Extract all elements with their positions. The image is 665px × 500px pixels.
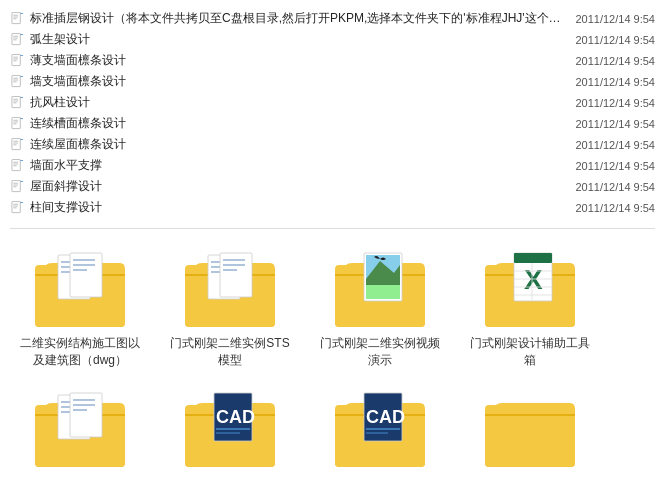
folder-label: 门式刚架二维实例STS模型 (165, 335, 295, 369)
file-icon (10, 75, 24, 89)
svg-text:X: X (524, 264, 543, 295)
svg-rect-21 (13, 99, 18, 100)
file-icon (10, 33, 24, 47)
folder-item[interactable]: 门式刚架二维实例STS模型 (160, 245, 300, 375)
folder-item[interactable] (10, 385, 150, 481)
svg-rect-6 (13, 36, 18, 37)
svg-rect-11 (13, 57, 18, 58)
svg-rect-38 (13, 166, 16, 167)
file-icon (10, 180, 24, 194)
folder-icon: CAD (330, 391, 430, 469)
file-item[interactable]: 墙支墙面檩条设计2011/12/14 9:54 (10, 71, 655, 92)
svg-rect-1 (13, 15, 18, 16)
file-item[interactable]: 连续屋面檩条设计2011/12/14 9:54 (10, 134, 655, 155)
svg-text:CAD: CAD (216, 407, 255, 427)
svg-rect-2 (13, 17, 18, 18)
svg-rect-23 (13, 103, 16, 104)
file-date: 2011/12/14 9:54 (575, 118, 655, 130)
svg-text:CAD: CAD (366, 407, 405, 427)
svg-rect-47 (13, 206, 18, 207)
svg-rect-20 (11, 96, 19, 107)
file-date: 2011/12/14 9:54 (575, 76, 655, 88)
file-item[interactable]: 标准插层钢设计（将本文件共拷贝至C盘根目录,然后打开PKPM,选择本文件夹下的'… (10, 8, 655, 29)
file-date: 2011/12/14 9:54 (575, 160, 655, 172)
file-name: 墙支墙面檩条设计 (30, 73, 565, 90)
divider (10, 228, 655, 229)
svg-rect-64 (223, 264, 245, 266)
file-name: 柱间支撑设计 (30, 199, 565, 216)
svg-rect-32 (13, 143, 18, 144)
folder-icon: X (480, 251, 580, 329)
svg-rect-24 (20, 97, 23, 98)
folder-item[interactable]: 二维实例结构施工图以及建筑图（dwg） (10, 245, 150, 375)
svg-rect-57 (73, 269, 87, 271)
svg-rect-49 (20, 202, 23, 203)
folder-label: 门式刚架设计辅助工具箱 (465, 335, 595, 369)
file-name: 屋面斜撑设计 (30, 178, 565, 195)
folder-item[interactable] (460, 385, 600, 481)
file-item[interactable]: 连续槽面檩条设计2011/12/14 9:54 (10, 113, 655, 134)
svg-rect-7 (13, 38, 18, 39)
svg-rect-42 (13, 185, 18, 186)
file-item[interactable]: 抗风柱设计2011/12/14 9:54 (10, 92, 655, 113)
svg-rect-27 (13, 122, 18, 123)
folder-label: 门式刚架二维实例视频演示 (315, 335, 445, 369)
svg-rect-43 (13, 187, 16, 188)
svg-rect-18 (13, 82, 16, 83)
file-item[interactable]: 弧生架设计2011/12/14 9:54 (10, 29, 655, 50)
svg-rect-26 (13, 120, 18, 121)
svg-rect-30 (11, 138, 19, 149)
svg-rect-13 (13, 61, 16, 62)
folder-grid-row1: 二维实例结构施工图以及建筑图（dwg） 门式刚架二维实例STS模型 (0, 235, 665, 385)
file-list: 标准插层钢设计（将本文件共拷贝至C盘根目录,然后打开PKPM,选择本文件夹下的'… (0, 0, 665, 222)
svg-rect-40 (11, 180, 19, 191)
file-date: 2011/12/14 9:54 (575, 13, 655, 25)
file-name: 弧生架设计 (30, 31, 565, 48)
svg-rect-3 (13, 19, 16, 20)
file-date: 2011/12/14 9:54 (575, 181, 655, 193)
folder-icon (180, 251, 280, 329)
folder-item[interactable]: CAD (310, 385, 450, 481)
svg-rect-29 (20, 118, 23, 119)
svg-rect-17 (13, 80, 18, 81)
file-name: 连续槽面檩条设计 (30, 115, 565, 132)
folder-item[interactable]: CAD (160, 385, 300, 481)
svg-rect-19 (20, 76, 23, 77)
svg-rect-56 (73, 264, 95, 266)
svg-rect-15 (11, 75, 19, 86)
svg-rect-36 (13, 162, 18, 163)
svg-rect-34 (20, 139, 23, 140)
file-item[interactable]: 柱间支撑设计2011/12/14 9:54 (10, 197, 655, 218)
file-item[interactable]: 薄支墙面檩条设计2011/12/14 9:54 (10, 50, 655, 71)
svg-rect-65 (223, 269, 237, 271)
file-icon (10, 201, 24, 215)
svg-rect-68 (366, 285, 400, 299)
file-item[interactable]: 屋面斜撑设计2011/12/14 9:54 (10, 176, 655, 197)
file-date: 2011/12/14 9:54 (575, 34, 655, 46)
svg-rect-14 (20, 55, 23, 56)
svg-rect-55 (73, 259, 95, 261)
folder-item[interactable]: 门式刚架二维实例视频演示 (310, 245, 450, 375)
svg-rect-10 (11, 54, 19, 65)
svg-rect-48 (13, 208, 16, 209)
svg-rect-9 (20, 34, 23, 35)
svg-rect-33 (13, 145, 16, 146)
folder-icon (330, 251, 430, 329)
file-icon (10, 117, 24, 131)
folder-item[interactable]: X 门式刚架设计辅助工具箱 (460, 245, 600, 375)
file-item[interactable]: 墙面水平支撑2011/12/14 9:54 (10, 155, 655, 176)
file-name: 标准插层钢设计（将本文件共拷贝至C盘根目录,然后打开PKPM,选择本文件夹下的'… (30, 10, 565, 27)
folder-grid-row2: CAD CAD (0, 385, 665, 481)
svg-rect-37 (13, 164, 18, 165)
svg-rect-44 (20, 181, 23, 182)
svg-rect-31 (13, 141, 18, 142)
svg-rect-5 (11, 33, 19, 44)
folder-label: 二维实例结构施工图以及建筑图（dwg） (15, 335, 145, 369)
file-name: 薄支墙面檩条设计 (30, 52, 565, 69)
file-date: 2011/12/14 9:54 (575, 55, 655, 67)
svg-rect-39 (20, 160, 23, 161)
svg-rect-70 (514, 253, 552, 263)
svg-rect-82 (73, 399, 95, 401)
file-icon (10, 159, 24, 173)
svg-rect-35 (11, 159, 19, 170)
